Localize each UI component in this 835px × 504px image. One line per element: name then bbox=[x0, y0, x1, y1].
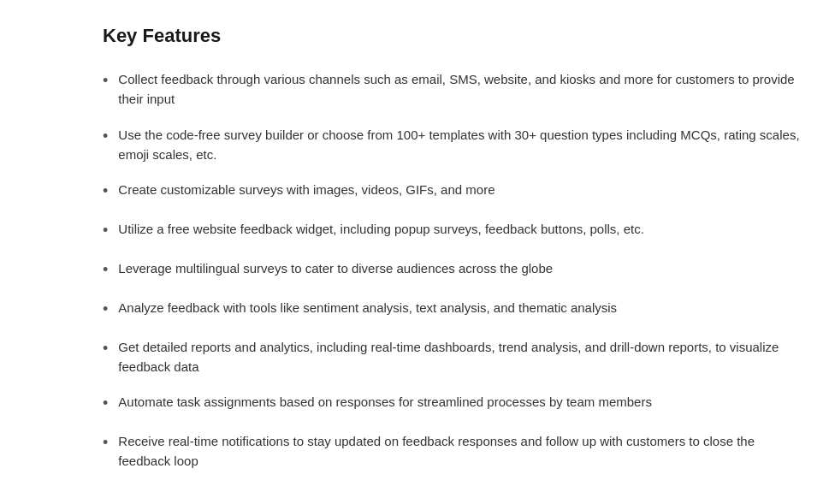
list-item: •Analyze feedback with tools like sentim… bbox=[103, 298, 801, 322]
page-container: Key Features •Collect feedback through v… bbox=[0, 0, 835, 504]
list-item-text: Automate task assignments based on respo… bbox=[118, 392, 652, 412]
list-item: •Leverage multilingual surveys to cater … bbox=[103, 258, 801, 282]
list-item-text: Receive real-time notifications to stay … bbox=[118, 431, 801, 471]
list-item: •Receive real-time notifications to stay… bbox=[103, 431, 801, 471]
list-item: •Create customizable surveys with images… bbox=[103, 180, 801, 204]
bullet-icon: • bbox=[103, 392, 108, 416]
list-item-text: Collect feedback through various channel… bbox=[118, 69, 801, 110]
bullet-icon: • bbox=[103, 431, 108, 455]
bullet-icon: • bbox=[103, 298, 108, 322]
list-item: •Use the code-free survey builder or cho… bbox=[103, 125, 801, 165]
bullet-icon: • bbox=[103, 69, 108, 93]
list-item-text: Get detailed reports and analytics, incl… bbox=[118, 337, 801, 377]
list-item-text: Utilize a free website feedback widget, … bbox=[118, 219, 644, 239]
features-list: •Collect feedback through various channe… bbox=[103, 69, 801, 471]
bullet-icon: • bbox=[103, 125, 108, 149]
list-item: •Utilize a free website feedback widget,… bbox=[103, 219, 801, 243]
bullet-icon: • bbox=[103, 337, 108, 361]
list-item-text: Create customizable surveys with images,… bbox=[118, 180, 494, 199]
list-item-text: Use the code-free survey builder or choo… bbox=[118, 125, 801, 165]
bullet-icon: • bbox=[103, 219, 108, 243]
list-item: •Automate task assignments based on resp… bbox=[103, 392, 801, 416]
list-item-text: Leverage multilingual surveys to cater t… bbox=[118, 258, 553, 278]
bullet-icon: • bbox=[103, 180, 108, 204]
page-title: Key Features bbox=[103, 21, 801, 50]
list-item: •Get detailed reports and analytics, inc… bbox=[103, 337, 801, 377]
list-item: •Collect feedback through various channe… bbox=[103, 69, 801, 110]
bullet-icon: • bbox=[103, 258, 108, 282]
list-item-text: Analyze feedback with tools like sentime… bbox=[118, 298, 617, 317]
